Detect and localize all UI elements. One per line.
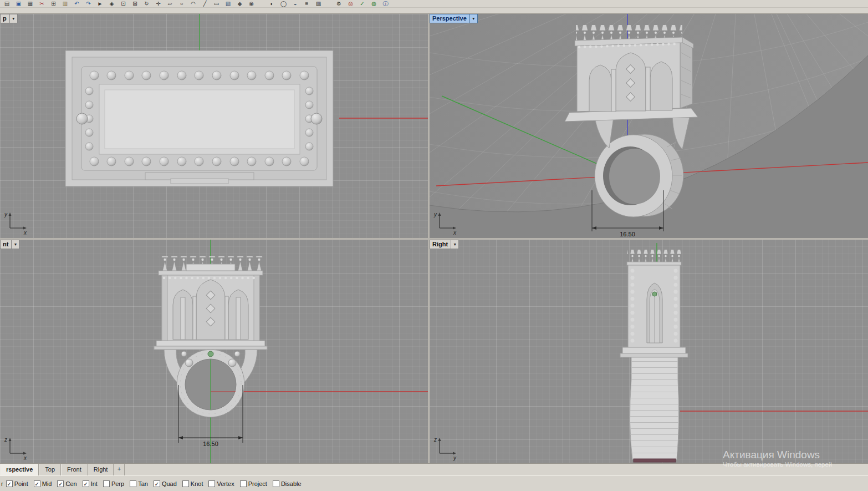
settings-gear-icon[interactable]: ⚙: [333, 0, 345, 7]
globe-icon[interactable]: ◍: [368, 0, 380, 7]
zoom-extents-icon[interactable]: ⊠: [129, 0, 141, 7]
viewport-front[interactable]: nt ▼: [0, 240, 428, 463]
model-top-view: [65, 50, 333, 186]
check-icon[interactable]: ✓: [356, 0, 368, 7]
chevron-down-icon[interactable]: ▼: [12, 240, 19, 249]
axis-indicator: z x: [3, 434, 31, 461]
tab-perspective[interactable]: rspective: [0, 464, 39, 475]
shaded-view-icon[interactable]: ◐: [266, 0, 278, 7]
viewport-title-label[interactable]: Right: [430, 240, 451, 249]
new-viewport-tab-button[interactable]: +: [114, 464, 125, 475]
checkbox-icon[interactable]: [130, 480, 136, 487]
surface-icon[interactable]: ▧: [222, 0, 234, 7]
line-icon[interactable]: ╱: [199, 0, 211, 7]
svg-text:y: y: [4, 211, 8, 217]
main-toolbar: ▤▣▦✂⊞▥↶↷►◈⊡⊠↻✛▱○◠╱▭▧◆◉◐◯◒≡▨⚙◎✓◍ⓘ: [0, 0, 868, 14]
axis-indicator: y x: [3, 209, 31, 236]
viewport-title-front[interactable]: nt ▼: [0, 240, 19, 249]
model-front-view: [154, 256, 267, 417]
checkbox-icon[interactable]: [83, 480, 89, 487]
target-icon[interactable]: ◎: [345, 0, 356, 7]
viewport-right[interactable]: Right ▼: [430, 240, 868, 463]
rotate-view-icon[interactable]: ↻: [141, 0, 152, 7]
viewport-top[interactable]: p ▼: [0, 14, 428, 238]
sphere-icon[interactable]: ◉: [246, 0, 257, 7]
dimension-label: 16.50: [203, 441, 218, 447]
info-icon[interactable]: ⓘ: [380, 0, 391, 7]
viewport-title-right[interactable]: Right ▼: [430, 240, 459, 249]
chevron-down-icon[interactable]: ▼: [470, 14, 478, 23]
select-arrow-icon[interactable]: ►: [94, 0, 106, 7]
viewport-title-top[interactable]: p ▼: [0, 14, 18, 23]
polysurface-icon[interactable]: ◆: [234, 0, 246, 7]
copy-icon[interactable]: ⊞: [48, 0, 59, 7]
dimension-label: 16.50: [620, 231, 635, 237]
osnap-mid[interactable]: Mid: [34, 480, 52, 487]
osnap-cut-label: r: [1, 480, 3, 487]
chevron-down-icon[interactable]: ▼: [10, 14, 18, 23]
osnap-disable[interactable]: Disable: [273, 480, 302, 487]
checkbox-icon[interactable]: [6, 480, 13, 487]
tab-top[interactable]: Top: [39, 464, 61, 475]
perspective-view-canvas: 16.50: [430, 14, 868, 238]
viewport-tabbar: rspectiveTopFrontRight +: [0, 463, 868, 475]
chevron-down-icon[interactable]: ▼: [451, 240, 459, 249]
hatch-icon[interactable]: ▨: [313, 0, 324, 7]
right-view-canvas: [430, 240, 868, 463]
viewport-title-label[interactable]: Perspective: [430, 14, 470, 23]
svg-text:x: x: [23, 230, 27, 236]
paste-icon[interactable]: ▥: [59, 0, 71, 7]
svg-text:z: z: [433, 437, 437, 443]
front-view-canvas: 16.50: [0, 240, 428, 463]
redo-icon[interactable]: ↷: [83, 0, 94, 7]
viewport-title-label[interactable]: nt: [0, 240, 12, 249]
osnap-perp[interactable]: Perp: [103, 480, 124, 487]
viewport-title-label[interactable]: p: [0, 14, 10, 23]
svg-text:y: y: [453, 455, 457, 461]
axis-indicator: z y: [433, 434, 461, 461]
osnap-point[interactable]: Point: [6, 480, 28, 487]
viewport-perspective[interactable]: Perspective ▼: [430, 14, 868, 238]
new-file-icon[interactable]: ▤: [1, 0, 13, 7]
axis-indicator: y x: [433, 209, 461, 236]
viewport-title-perspective[interactable]: Perspective ▼: [430, 14, 478, 23]
zoom-window-icon[interactable]: ⊡: [118, 0, 129, 7]
osnap-knot[interactable]: Knot: [182, 480, 203, 487]
tab-front[interactable]: Front: [61, 464, 88, 475]
svg-text:x: x: [23, 455, 27, 461]
checkbox-icon[interactable]: [240, 480, 247, 487]
osnap-quad[interactable]: Quad: [154, 480, 177, 487]
osnap-cen[interactable]: Cen: [57, 480, 76, 487]
cut-icon[interactable]: ✂: [36, 0, 48, 7]
tab-right[interactable]: Right: [88, 464, 114, 475]
move-icon[interactable]: ✛: [152, 0, 164, 7]
save-icon[interactable]: ▣: [13, 0, 24, 7]
checkbox-icon[interactable]: [182, 480, 189, 487]
plane-icon[interactable]: ▱: [164, 0, 176, 7]
arc-icon[interactable]: ◠: [187, 0, 199, 7]
circle-icon[interactable]: ○: [176, 0, 187, 7]
osnap-int[interactable]: Int: [83, 480, 98, 487]
ghosted-view-icon[interactable]: ◒: [289, 0, 301, 7]
checkbox-icon[interactable]: [34, 480, 40, 487]
print-icon[interactable]: ▦: [24, 0, 36, 7]
pan-icon[interactable]: ◈: [106, 0, 118, 7]
checkbox-icon[interactable]: [273, 480, 279, 487]
layers-icon[interactable]: ≡: [301, 0, 313, 7]
svg-text:z: z: [4, 437, 7, 443]
svg-text:x: x: [453, 230, 457, 236]
undo-icon[interactable]: ↶: [71, 0, 83, 7]
checkbox-icon[interactable]: [154, 480, 160, 487]
osnap-project[interactable]: Project: [240, 480, 267, 487]
wireframe-view-icon[interactable]: ◯: [278, 0, 289, 7]
osnap-bar: r Point Mid Cen Int Perp Tan Quad Knot V: [0, 475, 868, 491]
svg-text:y: y: [433, 211, 437, 217]
checkbox-icon[interactable]: [103, 480, 110, 487]
checkbox-icon[interactable]: [208, 480, 215, 487]
viewport-workspace: p ▼: [0, 14, 868, 463]
osnap-tan[interactable]: Tan: [130, 480, 148, 487]
checkbox-icon[interactable]: [57, 480, 64, 487]
osnap-vertex[interactable]: Vertex: [208, 480, 234, 487]
rectangle-icon[interactable]: ▭: [211, 0, 222, 7]
top-view-canvas: [0, 14, 428, 238]
